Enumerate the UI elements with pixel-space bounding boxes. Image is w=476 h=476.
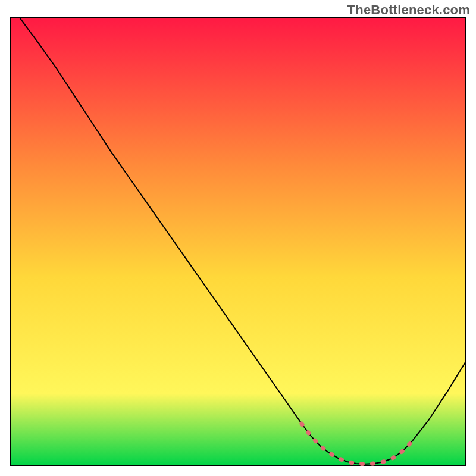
bottleneck-chart [0, 0, 476, 476]
watermark-text: TheBottleneck.com [347, 2, 470, 18]
chart-container: TheBottleneck.com [0, 0, 476, 476]
gradient-background [11, 18, 465, 465]
